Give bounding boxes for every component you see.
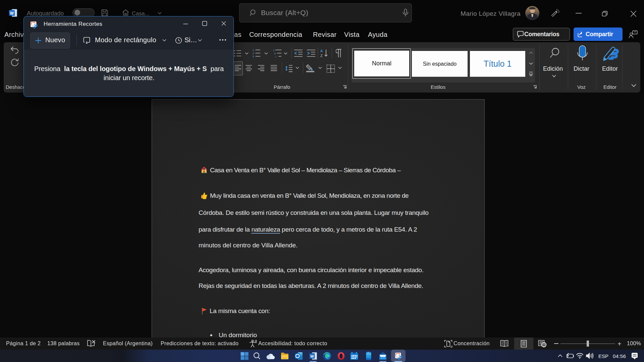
svg-text:2: 2 — [253, 52, 254, 55]
svg-text:Z: Z — [320, 54, 323, 58]
svg-text:A: A — [320, 49, 323, 53]
svg-text:1: 1 — [253, 49, 254, 52]
svg-text:a: a — [274, 52, 276, 55]
svg-text:W: W — [310, 354, 314, 358]
svg-text:3: 3 — [253, 55, 254, 58]
svg-text:i: i — [275, 55, 276, 58]
svg-text:1: 1 — [273, 49, 275, 52]
